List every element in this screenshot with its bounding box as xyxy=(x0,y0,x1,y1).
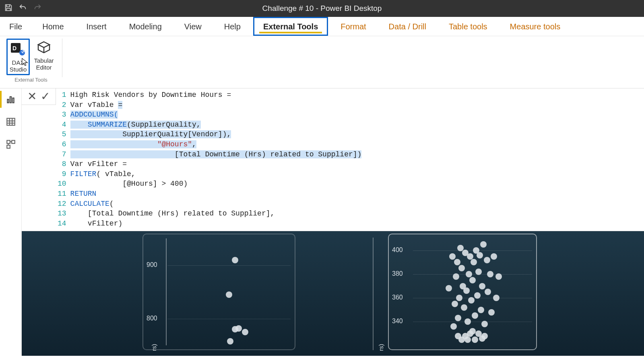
data-point xyxy=(471,259,477,265)
data-point xyxy=(480,241,487,248)
dax-code[interactable]: High Risk Vendors by Downtime Hours = Va… xyxy=(70,90,362,228)
dax-studio-label-1: DAX xyxy=(8,59,28,66)
data-point xyxy=(458,265,465,271)
dax-studio-label-2: Studio xyxy=(8,66,28,73)
svg-rect-7 xyxy=(12,98,14,103)
chart-b-ylabel: rs) xyxy=(378,344,384,351)
axis-tick-label: 380 xyxy=(392,270,403,277)
svg-rect-15 xyxy=(7,145,10,148)
tabular-editor-label-2: Editor xyxy=(32,64,56,71)
scatter-chart-b[interactable]: rs) 340360380400 xyxy=(388,234,537,350)
data-point xyxy=(449,253,456,260)
data-point xyxy=(456,295,462,301)
data-point xyxy=(464,336,471,343)
tab-file[interactable]: File xyxy=(5,17,30,36)
commit-formula-button[interactable]: ✓ xyxy=(41,91,50,102)
data-point xyxy=(227,338,233,345)
data-point xyxy=(452,301,458,307)
data-point xyxy=(484,257,490,263)
data-point xyxy=(226,291,232,298)
ribbon-group-label: External Tools xyxy=(6,77,56,83)
data-point xyxy=(455,315,461,321)
dax-studio-button[interactable]: D DAX Studio xyxy=(6,39,30,75)
ribbon-separator xyxy=(62,39,62,77)
data-point xyxy=(450,323,457,330)
scatter-chart-a[interactable]: rs) 800900 xyxy=(142,234,295,350)
undo-icon[interactable] xyxy=(19,3,27,14)
app-title: Challenge # 10 - Power BI Desktop xyxy=(0,4,644,13)
formula-bar: ✕ ✓ 1234567891011121314 High Risk Vendor… xyxy=(22,88,644,231)
data-point xyxy=(463,287,470,294)
tab-measure-tools[interactable]: Measure tools xyxy=(500,17,571,36)
data-point xyxy=(453,273,459,280)
data-point xyxy=(235,325,242,332)
data-point xyxy=(477,252,483,258)
data-point xyxy=(485,289,491,295)
model-view-button[interactable] xyxy=(4,137,18,151)
tab-table-tools[interactable]: Table tools xyxy=(439,17,497,36)
data-point xyxy=(479,335,485,342)
redo-icon[interactable] xyxy=(33,3,42,14)
axis-tick-label: 400 xyxy=(392,246,403,254)
tab-format[interactable]: Format xyxy=(330,17,376,36)
data-point xyxy=(446,285,452,291)
data-point xyxy=(475,269,482,275)
titlebar: Challenge # 10 - Power BI Desktop xyxy=(0,0,644,17)
tabular-editor-button[interactable]: Tabular Editor xyxy=(32,39,56,75)
dax-editor[interactable]: 1234567891011121314 High Risk Vendors by… xyxy=(56,88,644,231)
data-point xyxy=(479,283,485,289)
data-point xyxy=(458,336,465,343)
tabular-editor-label-1: Tabular xyxy=(32,57,56,64)
report-canvas[interactable]: rs) 800900 rs) 340360380400 xyxy=(22,231,644,356)
data-point xyxy=(461,304,467,311)
data-point xyxy=(495,273,502,280)
report-view-button[interactable] xyxy=(4,92,18,106)
tabular-editor-icon xyxy=(35,39,53,55)
data-point xyxy=(242,329,248,335)
data-point xyxy=(472,336,478,343)
svg-rect-14 xyxy=(12,140,15,144)
svg-rect-5 xyxy=(7,99,8,103)
data-point xyxy=(468,297,475,304)
axis-tick-label: 360 xyxy=(392,294,403,301)
tab-insert[interactable]: Insert xyxy=(76,17,117,36)
data-point xyxy=(487,271,493,277)
cancel-formula-button[interactable]: ✕ xyxy=(27,91,37,102)
data-point xyxy=(478,307,484,313)
data-point xyxy=(467,253,473,260)
axis-tick-label: 800 xyxy=(147,315,157,322)
svg-text:D: D xyxy=(12,45,17,51)
tab-home[interactable]: Home xyxy=(32,17,74,36)
tab-data-drill[interactable]: Data / Drill xyxy=(379,17,436,36)
data-point xyxy=(466,271,472,277)
ribbon-group-external-tools: D DAX Studio xyxy=(2,39,60,83)
view-rail xyxy=(0,88,22,356)
chart-a-ylabel: rs) xyxy=(151,344,157,351)
save-icon[interactable] xyxy=(4,3,13,14)
data-point xyxy=(488,309,495,316)
data-point xyxy=(474,292,481,299)
svg-rect-6 xyxy=(10,97,11,103)
dax-studio-icon: D xyxy=(9,41,27,57)
ribbon: D DAX Studio xyxy=(0,36,644,88)
svg-rect-8 xyxy=(7,118,15,125)
data-point xyxy=(469,277,476,283)
tab-external-tools[interactable]: External Tools xyxy=(253,17,328,36)
data-point xyxy=(481,321,488,327)
data-point xyxy=(493,295,500,301)
data-point xyxy=(491,253,497,260)
data-view-button[interactable] xyxy=(4,115,18,129)
tab-modeling[interactable]: Modeling xyxy=(119,17,172,36)
axis-tick-label: 900 xyxy=(147,261,157,269)
tab-help[interactable]: Help xyxy=(214,17,251,36)
data-point xyxy=(472,312,478,319)
ribbon-tabs: File Home Insert Modeling View Help Exte… xyxy=(0,17,644,36)
tab-view[interactable]: View xyxy=(174,17,212,36)
axis-tick-label: 340 xyxy=(392,318,403,325)
data-point xyxy=(469,328,476,334)
line-gutter: 1234567891011121314 xyxy=(56,90,70,228)
svg-rect-13 xyxy=(7,140,10,144)
data-point xyxy=(454,259,460,265)
data-point xyxy=(232,257,238,263)
data-point xyxy=(464,318,471,325)
